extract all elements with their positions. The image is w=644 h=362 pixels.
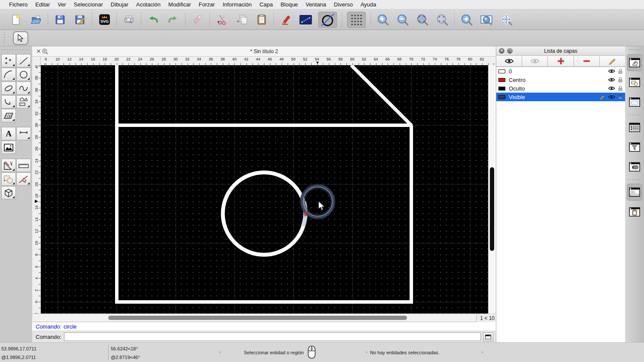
tab-title[interactable]: * Sin título 2: [32, 48, 496, 54]
layer-visible-icon[interactable]: [608, 94, 615, 100]
grid-toggle-button[interactable]: [347, 12, 366, 28]
save-as-icon: [74, 14, 85, 25]
layer-row-visible[interactable]: Visible: [496, 93, 625, 101]
print-preview-button[interactable]: [122, 12, 136, 28]
clipboard-panel-toggle[interactable]: [627, 203, 642, 220]
spline-tool[interactable]: [16, 81, 31, 95]
zoom-previous-button[interactable]: [459, 12, 474, 28]
menu-item[interactable]: Ver: [54, 1, 70, 8]
menu-item[interactable]: Bloque: [276, 1, 301, 8]
layer-visible-icon[interactable]: [608, 69, 615, 74]
zoom-scale-indicator: 1 < 10: [476, 314, 496, 322]
solid-3d-tool[interactable]: [1, 186, 16, 199]
ellipse-tool[interactable]: [1, 81, 16, 95]
menu-item[interactable]: Capa: [255, 1, 276, 8]
circle-tool-palette[interactable]: [16, 68, 31, 81]
modify-select-tool[interactable]: [16, 172, 31, 186]
property-editor-toggle[interactable]: [627, 119, 642, 136]
open-file-button[interactable]: [28, 12, 43, 28]
edit-layer-button[interactable]: [600, 56, 625, 66]
menu-item[interactable]: Editar: [31, 1, 54, 8]
layer-lock-icon[interactable]: [618, 77, 623, 83]
layer-row-0[interactable]: 0: [496, 67, 625, 75]
add-layer-button[interactable]: [548, 56, 574, 66]
hatch-tool[interactable]: [1, 109, 16, 122]
dimension-button[interactable]: [298, 12, 313, 28]
line-tool[interactable]: [16, 54, 31, 67]
selection-pointer-button[interactable]: [13, 31, 28, 45]
layer-list-toggle[interactable]: [627, 54, 642, 71]
horizontal-scrollbar-thumb[interactable]: [108, 316, 407, 320]
action-hint: Seleccionar entidad o región: [244, 350, 304, 355]
layer-lock-icon[interactable]: [618, 94, 623, 100]
circle-tool-button[interactable]: [318, 12, 337, 28]
layer-row-oculto[interactable]: Oculto: [496, 84, 625, 93]
menu-item[interactable]: Ventana: [302, 1, 330, 8]
text-tool[interactable]: A: [1, 127, 16, 140]
menu-item[interactable]: Forzar: [195, 1, 219, 8]
measure-tool[interactable]: [16, 159, 31, 172]
layer-lock-icon[interactable]: [618, 85, 623, 91]
menu-item[interactable]: Fichero: [5, 1, 31, 8]
cut-button[interactable]: [215, 12, 229, 28]
ruler-label: 30: [170, 57, 181, 61]
export-svg-button[interactable]: SVG: [97, 12, 112, 28]
menu-item[interactable]: Seleccionar: [70, 1, 107, 8]
zoom-pan-button[interactable]: [499, 12, 513, 28]
redo-button[interactable]: [166, 12, 180, 28]
remove-layer-button[interactable]: [574, 56, 600, 66]
view-list-toggle[interactable]: [627, 158, 642, 175]
modify-tool[interactable]: [1, 172, 16, 186]
selection-filter-toggle[interactable]: [627, 139, 642, 156]
points-tool[interactable]: [1, 54, 16, 67]
horizontal-scrollbar[interactable]: 1 < 10: [32, 314, 496, 322]
menu-item[interactable]: Dibujar: [107, 1, 132, 8]
menu-item[interactable]: Información: [219, 1, 255, 8]
zoom-window-button[interactable]: [479, 12, 494, 28]
zoom-in-button[interactable]: [376, 12, 390, 28]
command-window-button[interactable]: [483, 332, 493, 341]
command-line-panel-icon: [629, 187, 641, 197]
vertical-scrollbar-thumb[interactable]: [490, 167, 494, 251]
draw-pencil-button[interactable]: [279, 12, 293, 28]
polyline-tool[interactable]: [1, 95, 16, 109]
zoom-auto-button[interactable]: [415, 12, 430, 28]
paste-button[interactable]: [254, 12, 269, 28]
layer-visible-icon[interactable]: [608, 77, 615, 82]
layer-edit-pencil-icon[interactable]: [599, 94, 605, 100]
toolbar-separator: [210, 12, 210, 27]
shapes-tool[interactable]: [16, 95, 31, 109]
zoom-out-button[interactable]: [395, 12, 410, 28]
copy-button[interactable]: [234, 12, 249, 28]
menu-item[interactable]: Ayuda: [357, 1, 380, 8]
ruler-label: 50: [288, 57, 299, 61]
block-list-toggle[interactable]: [627, 74, 642, 91]
command-line-toggle[interactable]: [627, 184, 642, 201]
menu-item[interactable]: Diverso: [330, 1, 357, 8]
dimension-tool-palette[interactable]: [16, 127, 31, 140]
strip-drag-handle[interactable]: [629, 48, 640, 51]
vertical-scrollbar[interactable]: [488, 65, 496, 314]
palette-drag-handle[interactable]: [2, 48, 29, 51]
delete-button[interactable]: [190, 12, 205, 28]
drawing-canvas[interactable]: [41, 65, 488, 314]
image-tool[interactable]: [1, 141, 16, 154]
layer-visible-icon[interactable]: [608, 86, 615, 91]
layer-row-centro[interactable]: Centro: [496, 75, 625, 84]
undo-button[interactable]: [146, 12, 161, 28]
save-button[interactable]: [53, 12, 67, 28]
zoom-redraw-button[interactable]: [435, 12, 450, 28]
menu-item[interactable]: Modificar: [164, 1, 195, 8]
hide-all-layers-button[interactable]: [522, 56, 548, 66]
save-as-button[interactable]: [73, 12, 87, 28]
toolbar-drag-handle[interactable]: [3, 32, 6, 45]
library-browser-toggle[interactable]: [627, 94, 642, 111]
ruler-label: 32: [181, 57, 193, 61]
command-input[interactable]: [64, 332, 481, 341]
cad-tools[interactable]: [1, 159, 16, 172]
menu-item[interactable]: Acotación: [132, 1, 164, 8]
arc-tool[interactable]: [1, 68, 16, 81]
show-all-layers-button[interactable]: [496, 56, 522, 66]
layer-lock-icon[interactable]: [618, 68, 623, 74]
new-file-button[interactable]: [9, 12, 23, 28]
